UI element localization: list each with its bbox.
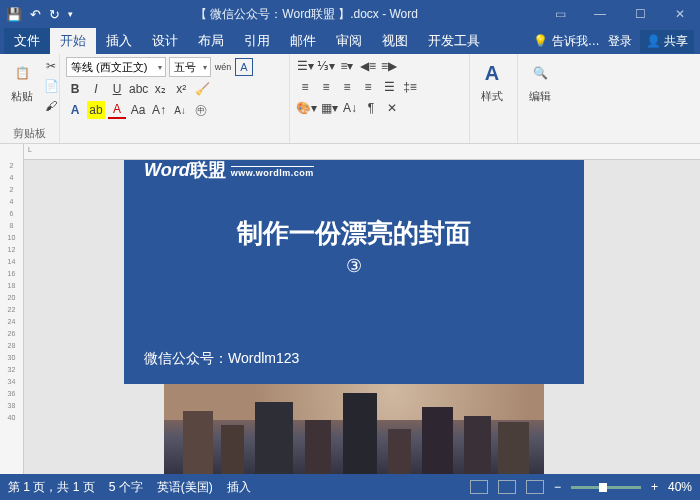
redo-icon[interactable]: ↻ [49,7,60,22]
cut-icon[interactable]: ✂ [42,57,60,75]
tab-developer[interactable]: 开发工具 [418,28,490,54]
multilevel-icon[interactable]: ≡▾ [338,57,356,75]
tab-view[interactable]: 视图 [372,28,418,54]
underline-button[interactable]: U [108,80,126,98]
increase-indent-icon[interactable]: ≡▶ [380,57,398,75]
minimize-icon[interactable]: — [580,0,620,28]
slide-logo-url: www.wordlm.com [231,166,314,178]
bold-button[interactable]: B [66,80,84,98]
clear-format-icon[interactable]: 🧹 [193,80,211,98]
status-word-count[interactable]: 5 个字 [109,479,143,496]
ribbon-tabs: 文件 开始 插入 设计 布局 引用 邮件 审阅 视图 开发工具 💡 告诉我… 登… [0,28,700,54]
zoom-in-button[interactable]: + [651,480,658,494]
line-spacing-icon[interactable]: ‡≡ [401,78,419,96]
quick-access-toolbar: 💾 ↶ ↻ ▾ [0,7,73,22]
paste-icon: 📋 [8,59,36,87]
shrink-font-icon[interactable]: A↓ [171,101,189,119]
status-language[interactable]: 英语(美国) [157,479,213,496]
tab-review[interactable]: 审阅 [326,28,372,54]
ribbon-options-icon[interactable]: ▭ [540,0,580,28]
share-button[interactable]: 👤 共享 [640,30,694,53]
tab-home[interactable]: 开始 [50,28,96,54]
shading-icon[interactable]: 🎨▾ [296,99,317,117]
tab-layout[interactable]: 布局 [188,28,234,54]
view-print-icon[interactable] [498,480,516,494]
tab-design[interactable]: 设计 [142,28,188,54]
strikethrough-button[interactable]: abc [129,80,148,98]
ribbon: 📋 粘贴 ✂ 📄 🖌 剪贴板 等线 (西文正文) 五号 wén A B I U [0,54,700,144]
enclose-char-icon[interactable]: ㊥ [192,101,210,119]
highlight-icon[interactable]: ab [87,101,105,119]
slide-footer: 微信公众号：Wordlm123 [144,350,299,368]
styles-button[interactable]: A 样式 [476,57,508,106]
justify-icon[interactable]: ≡ [359,78,377,96]
editing-button[interactable]: 🔍 编辑 [524,57,556,106]
sort-icon[interactable]: A↓ [341,99,359,117]
align-left-icon[interactable]: ≡ [296,78,314,96]
font-name-combo[interactable]: 等线 (西文正文) [66,57,166,77]
tab-references[interactable]: 引用 [234,28,280,54]
grow-font-icon[interactable]: A↑ [150,101,168,119]
slide-title: 制作一份漂亮的封面 [144,216,564,251]
zoom-out-button[interactable]: − [554,480,561,494]
phonetic-guide-icon[interactable]: wén [214,58,232,76]
copy-icon[interactable]: 📄 [42,77,60,95]
align-right-icon[interactable]: ≡ [338,78,356,96]
vertical-ruler[interactable]: 24 24 68 1012 1416 1820 2224 2628 3032 3… [0,144,24,474]
status-page[interactable]: 第 1 页，共 1 页 [8,479,95,496]
italic-button[interactable]: I [87,80,105,98]
group-editing: 🔍 编辑 [518,54,566,143]
window-title: 【 微信公众号：Word联盟 】.docx - Word [73,6,540,23]
window-controls: ▭ — ☐ ✕ [540,0,700,28]
status-insert-mode[interactable]: 插入 [227,479,251,496]
title-bar: 💾 ↶ ↻ ▾ 【 微信公众号：Word联盟 】.docx - Word ▭ —… [0,0,700,28]
group-label-clipboard: 剪贴板 [6,124,53,141]
group-styles: A 样式 [470,54,518,143]
tell-me[interactable]: 💡 告诉我… [533,33,599,50]
change-case-icon[interactable]: Aa [129,101,147,119]
distribute-icon[interactable]: ☰ [380,78,398,96]
char-border-icon[interactable]: A [235,58,253,76]
numbering-icon[interactable]: ⅓▾ [317,57,335,75]
save-icon[interactable]: 💾 [6,7,22,22]
styles-icon: A [478,59,506,87]
overlay-slide: Word联盟 www.wordlm.com 制作一份漂亮的封面 ③ 微信公众号：… [124,160,584,384]
tab-file[interactable]: 文件 [4,28,50,54]
superscript-button[interactable]: x² [172,80,190,98]
slide-logo: Word联盟 www.wordlm.com [144,160,564,182]
ruler-tab-mark: L [28,146,32,153]
bullets-icon[interactable]: ☰▾ [296,57,314,75]
font-color-icon[interactable]: A [108,101,126,119]
find-icon: 🔍 [526,59,554,87]
group-paragraph: ☰▾ ⅓▾ ≡▾ ◀≡ ≡▶ ≡ ≡ ≡ ≡ ☰ ‡≡ 🎨▾ ▦▾ A↓ ¶ ✕ [290,54,470,143]
maximize-icon[interactable]: ☐ [620,0,660,28]
group-clipboard: 📋 粘贴 ✂ 📄 🖌 剪贴板 [0,54,60,143]
group-font: 等线 (西文正文) 五号 wén A B I U abc x₂ x² 🧹 A a… [60,54,290,143]
view-read-icon[interactable] [470,480,488,494]
page-canvas[interactable]: Word联盟 www.wordlm.com 制作一份漂亮的封面 ③ 微信公众号：… [24,160,700,474]
subscript-button[interactable]: x₂ [151,80,169,98]
horizontal-ruler[interactable]: L [24,144,700,160]
tab-insert[interactable]: 插入 [96,28,142,54]
paste-button[interactable]: 📋 粘贴 [6,57,38,106]
tab-mailings[interactable]: 邮件 [280,28,326,54]
login-button[interactable]: 登录 [608,33,632,50]
zoom-slider[interactable] [571,486,641,489]
cover-image [164,384,544,474]
text-direction-icon[interactable]: ✕ [383,99,401,117]
status-bar: 第 1 页，共 1 页 5 个字 英语(美国) 插入 − + 40% [0,474,700,500]
text-effects-icon[interactable]: A [66,101,84,119]
undo-icon[interactable]: ↶ [30,7,41,22]
format-painter-icon[interactable]: 🖌 [42,97,60,115]
document-area: L 24 24 68 1012 1416 1820 2224 2628 3032… [0,144,700,474]
view-web-icon[interactable] [526,480,544,494]
show-marks-icon[interactable]: ¶ [362,99,380,117]
align-center-icon[interactable]: ≡ [317,78,335,96]
font-size-combo[interactable]: 五号 [169,57,211,77]
decrease-indent-icon[interactable]: ◀≡ [359,57,377,75]
zoom-level[interactable]: 40% [668,480,692,494]
slide-number: ③ [144,255,564,277]
borders-icon[interactable]: ▦▾ [320,99,338,117]
close-icon[interactable]: ✕ [660,0,700,28]
